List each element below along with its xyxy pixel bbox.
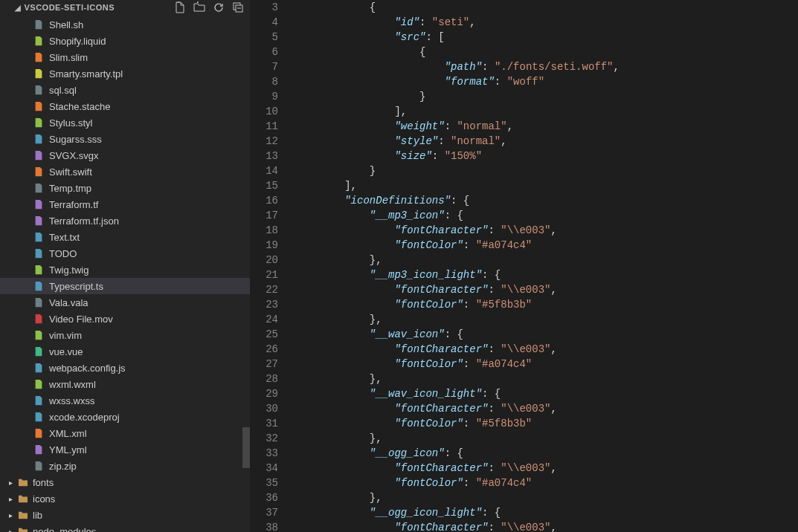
code-line[interactable]: "fontColor": "#a074c4" [295, 238, 620, 253]
file-icon [33, 378, 45, 390]
file-item[interactable]: Stylus.styl [0, 114, 250, 131]
code-line[interactable]: "iconDefinitions": { [295, 193, 620, 208]
file-icon [33, 68, 45, 80]
code-line[interactable]: } [295, 89, 620, 104]
file-label: Video File.mov [49, 314, 113, 325]
file-item[interactable]: wxss.wxss [0, 392, 250, 409]
file-label: Vala.vala [49, 297, 89, 308]
file-item[interactable]: Sugarss.sss [0, 131, 250, 147]
file-item[interactable]: Video File.mov [0, 311, 250, 327]
line-number: 8 [250, 74, 278, 89]
code-line[interactable]: "__wav_icon": { [295, 327, 620, 342]
code-line[interactable]: "fontCharacter": "\\e003", [295, 520, 620, 532]
file-item[interactable]: webpack.config.js [0, 360, 250, 376]
file-icon [33, 19, 45, 30]
file-item[interactable]: Stache.stache [0, 98, 250, 114]
file-item[interactable]: Shell.sh [0, 16, 250, 33]
code-line[interactable]: "fontColor": "#5f8b3b" [295, 416, 620, 431]
line-number: 26 [250, 342, 278, 357]
file-icon [33, 215, 45, 227]
code-line[interactable]: "id": "seti", [295, 15, 620, 30]
file-item[interactable]: Terraform.tf [0, 196, 250, 213]
file-item[interactable]: Twig.twig [0, 262, 250, 278]
code-line[interactable]: }, [295, 490, 620, 505]
code-line[interactable]: "fontCharacter": "\\e003", [295, 342, 620, 357]
code-line[interactable]: { [295, 45, 620, 59]
file-label: Temp.tmp [49, 183, 91, 194]
code-line[interactable]: "fontColor": "#5f8b3b" [295, 297, 620, 312]
file-item[interactable]: XML.xml [0, 425, 250, 441]
line-gutter: 3456789101112131415161718192021222324252… [250, 0, 295, 532]
code-line[interactable]: { [295, 0, 620, 15]
file-item[interactable]: vue.vue [0, 343, 250, 360]
file-item[interactable]: wxml.wxml [0, 376, 250, 392]
line-number: 5 [250, 30, 278, 45]
file-item[interactable]: Text.txt [0, 229, 250, 245]
code-line[interactable]: "fontColor": "#a074c4" [295, 357, 620, 372]
file-item[interactable]: zip.zip [0, 458, 250, 474]
file-item[interactable]: vim.vim [0, 327, 250, 343]
collapse-icon[interactable] [232, 1, 244, 13]
code-line[interactable]: "__mp3_icon": { [295, 208, 620, 223]
code-line[interactable]: }, [295, 312, 620, 327]
file-item[interactable]: Typescript.ts [0, 278, 250, 294]
editor[interactable]: 3456789101112131415161718192021222324252… [250, 0, 798, 532]
new-file-icon[interactable] [174, 1, 186, 13]
refresh-icon[interactable] [213, 1, 225, 13]
folder-item[interactable]: ▸node_modules [0, 523, 250, 532]
line-number: 32 [250, 431, 278, 446]
folder-icon [18, 527, 30, 532]
code-line[interactable]: "fontCharacter": "\\e003", [295, 282, 620, 297]
file-item[interactable]: sql.sql [0, 82, 250, 98]
code-line[interactable]: } [295, 163, 620, 178]
file-icon [33, 395, 45, 406]
code-line[interactable]: "src": [ [295, 30, 620, 45]
code-area[interactable]: { "id": "seti", "src": [ { "path": "./fo… [295, 0, 620, 532]
code-line[interactable]: ], [295, 104, 620, 119]
line-number: 33 [250, 446, 278, 461]
code-line[interactable]: "format": "woff" [295, 74, 620, 89]
file-item[interactable]: Terraform.tf.json [0, 213, 250, 229]
code-line[interactable]: }, [295, 431, 620, 446]
code-line[interactable]: "path": "./fonts/seti.woff", [295, 59, 620, 74]
file-item[interactable]: SVGX.svgx [0, 147, 250, 163]
folder-item[interactable]: ▸lib [0, 507, 250, 523]
file-item[interactable]: Smarty.smarty.tpl [0, 65, 250, 82]
file-item[interactable]: Slim.slim [0, 49, 250, 65]
code-line[interactable]: "__ogg_icon_light": { [295, 505, 620, 520]
file-item[interactable]: Swift.swift [0, 163, 250, 180]
file-label: Stylus.styl [49, 117, 93, 129]
code-line[interactable]: ], [295, 178, 620, 193]
code-line[interactable]: "fontCharacter": "\\e003", [295, 223, 620, 238]
file-label: wxml.wxml [49, 379, 96, 390]
code-line[interactable]: "style": "normal", [295, 134, 620, 149]
code-line[interactable]: "size": "150%" [295, 149, 620, 163]
code-line[interactable]: "fontColor": "#a074c4" [295, 476, 620, 490]
file-item[interactable]: Shopify.liquid [0, 33, 250, 49]
code-line[interactable]: "weight": "normal", [295, 119, 620, 134]
code-line[interactable]: }, [295, 372, 620, 386]
code-line[interactable]: "fontCharacter": "\\e003", [295, 461, 620, 476]
file-item[interactable]: Temp.tmp [0, 180, 250, 196]
file-label: Twig.twig [49, 265, 89, 276]
file-label: Terraform.tf.json [49, 215, 119, 227]
line-number: 13 [250, 149, 278, 163]
file-icon [33, 427, 45, 439]
file-item[interactable]: TODO [0, 245, 250, 262]
line-number: 3 [250, 0, 278, 15]
file-item[interactable]: Vala.vala [0, 294, 250, 311]
line-number: 12 [250, 134, 278, 149]
new-folder-icon[interactable] [193, 1, 205, 13]
chevron-right-icon: ▸ [9, 528, 15, 533]
file-icon [33, 166, 45, 178]
file-item[interactable]: xcode.xcodeproj [0, 409, 250, 425]
folder-item[interactable]: ▸icons [0, 490, 250, 507]
file-tree[interactable]: Shell.shShopify.liquidSlim.slimSmarty.sm… [0, 15, 250, 532]
file-item[interactable]: YML.yml [0, 441, 250, 458]
folder-item[interactable]: ▸fonts [0, 474, 250, 490]
code-line[interactable]: "__wav_icon_light": { [295, 386, 620, 401]
code-line[interactable]: }, [295, 253, 620, 267]
code-line[interactable]: "fontCharacter": "\\e003", [295, 401, 620, 416]
code-line[interactable]: "__mp3_icon_light": { [295, 267, 620, 282]
code-line[interactable]: "__ogg_icon": { [295, 446, 620, 461]
